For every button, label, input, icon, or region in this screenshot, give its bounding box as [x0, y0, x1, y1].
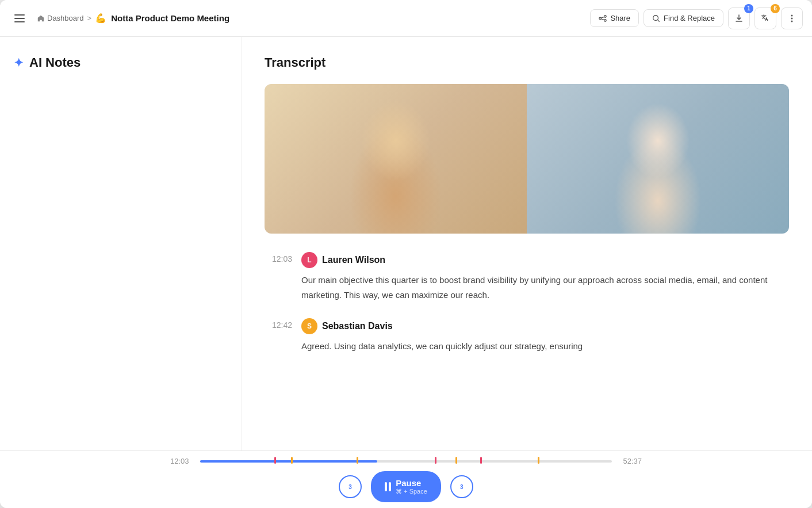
pause-shortcut: ⌘ + Space: [396, 488, 427, 495]
timeline-progress: [200, 460, 377, 463]
pause-button[interactable]: Pause ⌘ + Space: [371, 471, 441, 502]
left-panel: ✦ AI Notes: [0, 37, 242, 450]
app-window: Dashboard > 💪 Notta Product Demo Meeting…: [0, 0, 812, 508]
share-icon: [599, 14, 607, 22]
timeline-row: 12:03 52:37: [170, 457, 642, 465]
translate-btn-wrap: 6: [754, 7, 776, 29]
entry-time-2: 12:42: [265, 320, 292, 330]
header-left: Dashboard > 💪 Notta Product Demo Meeting: [9, 8, 229, 29]
entry-body-1: L Lauren Wilson Our main objective this …: [301, 252, 789, 302]
breadcrumb: Dashboard > 💪 Notta Product Demo Meeting: [37, 13, 229, 24]
breadcrumb-home[interactable]: Dashboard: [37, 14, 84, 22]
marker-7: [538, 457, 539, 464]
person-left-visual: [265, 84, 527, 234]
svg-point-6: [791, 20, 793, 22]
more-options-button[interactable]: [781, 7, 803, 29]
skip-forward-button[interactable]: 3: [450, 475, 473, 498]
skip-forward-label: 3: [460, 484, 464, 490]
right-panel: Transcript 12:03 L Lauren Wilson: [242, 37, 812, 450]
pause-icon: [385, 482, 391, 491]
header: Dashboard > 💪 Notta Product Demo Meeting…: [0, 0, 812, 37]
more-icon: [787, 14, 796, 23]
video-person-left: [265, 84, 527, 234]
sparkle-icon: ✦: [14, 56, 24, 70]
time-end: 52:37: [619, 457, 642, 465]
main-content: ✦ AI Notes Transcript 12:03: [0, 37, 812, 450]
speaker-name-1: Lauren Wilson: [322, 255, 385, 265]
title-emoji: 💪: [95, 13, 106, 24]
home-icon: [37, 14, 45, 22]
entry-body-2: S Sebastian Davis Agreed. Using data ana…: [301, 318, 789, 354]
ai-notes-title: ✦ AI Notes: [14, 55, 227, 70]
pause-bar-2: [389, 482, 391, 491]
speaker-name-2: Sebastian Davis: [322, 321, 393, 331]
breadcrumb-separator: >: [87, 14, 92, 22]
player-bar: 12:03 52:37 3: [0, 450, 812, 508]
pause-bar-1: [385, 482, 387, 491]
skip-back-label: 3: [348, 484, 352, 490]
svg-point-0: [604, 15, 607, 17]
entry-speaker-2: S Sebastian Davis: [301, 318, 789, 334]
find-replace-button[interactable]: Find & Replace: [644, 9, 723, 27]
transcript-entry: 12:03 L Lauren Wilson Our main objective…: [265, 252, 789, 302]
search-icon: [652, 14, 660, 22]
marker-4: [435, 457, 436, 464]
entry-speaker-1: L Lauren Wilson: [301, 252, 789, 268]
pause-label: Pause: [396, 478, 421, 488]
transcript-entry-2: 12:42 S Sebastian Davis Agreed. Using da…: [265, 318, 789, 354]
marker-6: [480, 457, 482, 464]
translate-icon: [760, 13, 771, 24]
share-label: Share: [610, 14, 630, 22]
svg-point-1: [599, 17, 602, 20]
hamburger-icon: [14, 14, 25, 22]
time-start: 12:03: [170, 457, 193, 465]
video-person-right: [527, 84, 789, 234]
translate-badge: 6: [771, 4, 780, 13]
skip-back-button[interactable]: 3: [339, 475, 362, 498]
find-replace-label: Find & Replace: [664, 14, 715, 22]
entry-time-1: 12:03: [265, 254, 292, 263]
controls-row: 3 Pause ⌘ + Space 3: [339, 471, 473, 502]
page-title: 💪 Notta Product Demo Meeting: [95, 13, 229, 24]
header-right: Share Find & Replace 1: [590, 7, 803, 29]
ai-notes-label: AI Notes: [29, 55, 81, 70]
download-icon: [734, 14, 744, 23]
menu-button[interactable]: [9, 8, 30, 29]
share-button[interactable]: Share: [590, 9, 639, 27]
person-right-visual: [527, 84, 789, 234]
avatar-sebastian: S: [301, 318, 317, 334]
marker-5: [455, 457, 457, 464]
download-badge: 1: [744, 4, 753, 13]
timeline-track[interactable]: [200, 460, 612, 463]
svg-point-4: [791, 14, 793, 16]
svg-point-2: [604, 19, 607, 21]
download-btn-wrap: 1: [728, 7, 750, 29]
entry-text-1: Our main objective this quarter is to bo…: [301, 273, 789, 302]
svg-point-5: [791, 17, 793, 19]
avatar-lauren: L: [301, 252, 317, 268]
pause-btn-text: Pause ⌘ + Space: [396, 478, 427, 495]
video-container: [265, 84, 789, 234]
transcript-title: Transcript: [265, 55, 789, 70]
entry-text-2: Agreed. Using data analytics, we can qui…: [301, 339, 789, 354]
